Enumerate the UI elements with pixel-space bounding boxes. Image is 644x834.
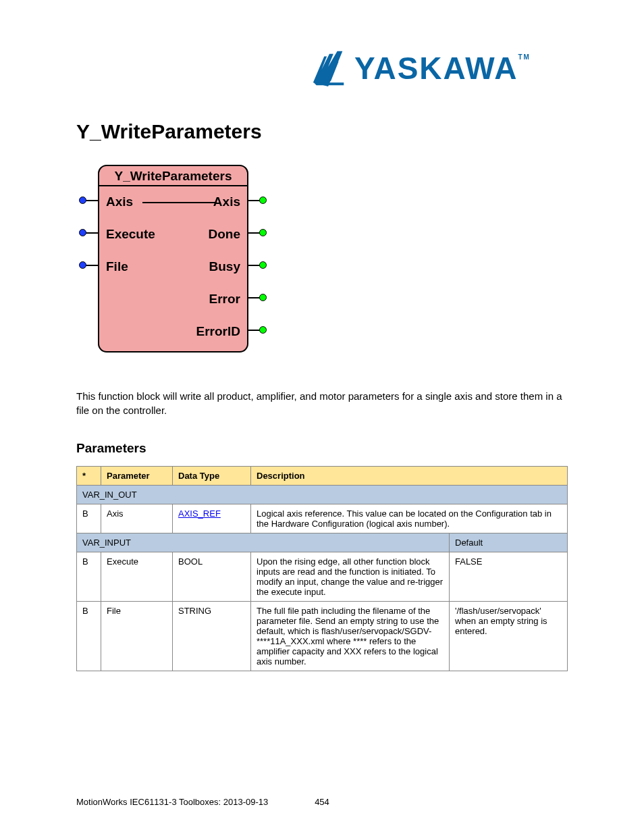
section-label: VAR_IN_OUT <box>77 486 568 504</box>
cell-param: Execute <box>101 552 173 602</box>
fb-pin <box>247 330 261 331</box>
cell-param: Axis <box>101 504 173 533</box>
cell-default: '/flash/user/servopack' when an empty st… <box>450 602 568 671</box>
fb-passthrough-line <box>142 202 217 203</box>
page-title: Y_WriteParameters <box>76 120 262 143</box>
logo-word: YASKAWA <box>354 51 518 86</box>
fb-output-dot-icon <box>259 197 267 204</box>
cell-bv: B <box>77 504 101 533</box>
col-header-parameter: Parameter <box>101 467 173 486</box>
description-text: This function block will write all produ… <box>76 389 569 417</box>
fb-input-dot-icon <box>79 229 86 236</box>
fb-input-axis: Axis <box>106 194 133 209</box>
footer-page-number: 454 <box>0 797 644 807</box>
section-var-input: VAR_INPUT Default <box>77 533 568 552</box>
fb-name: Y_WriteParameters <box>99 166 247 186</box>
cell-default: FALSE <box>450 552 568 602</box>
fb-output-errorid: ErrorID <box>196 324 240 339</box>
cell-desc: Upon the rising edge, all other function… <box>251 552 450 602</box>
col-header-description: Description <box>251 467 568 486</box>
logo-text: YASKAWATM <box>354 50 531 86</box>
fb-pin <box>247 297 261 298</box>
fb-pin <box>247 200 261 201</box>
fb-output-done: Done <box>209 227 241 242</box>
fb-output-dot-icon <box>259 261 267 269</box>
section-var-in-out: VAR_IN_OUT <box>77 486 568 504</box>
section-label: VAR_INPUT <box>77 533 450 552</box>
table-row: B Axis AXIS_REF Logical axis reference. … <box>77 504 568 533</box>
col-header-star: * <box>77 467 101 486</box>
cell-bv: B <box>77 602 101 671</box>
fb-input-file: File <box>106 259 128 274</box>
fb-output-dot-icon <box>259 294 267 301</box>
cell-type: BOOL <box>173 552 251 602</box>
fb-output-dot-icon <box>259 229 267 236</box>
table-row: B Execute BOOL Upon the rising edge, all… <box>77 552 568 602</box>
fb-pin <box>86 200 99 201</box>
cell-type: STRING <box>173 602 251 671</box>
fb-pin <box>247 232 261 234</box>
parameters-heading: Parameters <box>76 441 146 456</box>
cell-param: File <box>101 602 173 671</box>
fb-input-dot-icon <box>79 197 86 204</box>
fb-pin <box>86 265 99 266</box>
brand-logo: YASKAWATM <box>310 46 580 90</box>
fb-output-busy: Busy <box>209 259 240 274</box>
col-header-datatype: Data Type <box>173 467 251 486</box>
fb-input-dot-icon <box>79 261 86 269</box>
table-row: B File STRING The full file path includi… <box>77 602 568 671</box>
yaskawa-mark-icon <box>310 49 349 88</box>
fb-pin <box>86 232 99 234</box>
section-default-header: Default <box>450 533 568 552</box>
axis-ref-link[interactable]: AXIS_REF <box>178 509 221 519</box>
fb-output-axis: Axis <box>213 194 240 209</box>
fb-output-error: Error <box>209 292 240 307</box>
fb-pin <box>247 265 261 266</box>
logo-tm: TM <box>518 53 530 61</box>
fb-input-execute: Execute <box>106 227 155 242</box>
fb-box: Y_WriteParameters Axis Execute File Axis… <box>98 165 248 353</box>
fb-output-dot-icon <box>259 326 267 334</box>
table-header-row: * Parameter Data Type Description <box>77 467 568 486</box>
cell-desc: The full file path including the filenam… <box>251 602 450 671</box>
cell-desc: Logical axis reference. This value can b… <box>251 504 568 533</box>
cell-bv: B <box>77 552 101 602</box>
cell-type: AXIS_REF <box>173 504 251 533</box>
parameters-table: * Parameter Data Type Description VAR_IN… <box>76 466 568 671</box>
